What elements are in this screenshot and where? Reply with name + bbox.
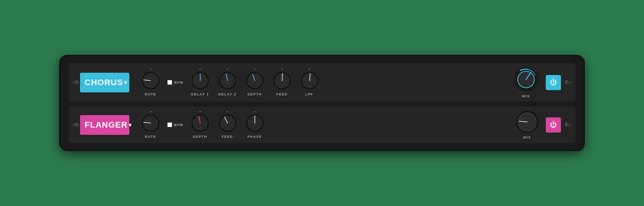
flanger-depth-knob[interactable] xyxy=(190,113,210,133)
chorus-delay2-group: DELAY 2 xyxy=(218,69,237,96)
chorus-depth-dot xyxy=(254,69,255,70)
svg-line-14 xyxy=(282,73,283,81)
flanger-row: FLANGER ▼ RATE BPM xyxy=(69,106,575,143)
flanger-bpm-label: BPM xyxy=(174,123,184,127)
flanger-feed-label: FEED xyxy=(221,135,233,139)
screw-chorus-left xyxy=(74,80,80,86)
chorus-lpf-group: LPF xyxy=(300,69,319,96)
chorus-delay2-label: DELAY 2 xyxy=(218,92,237,96)
chorus-feed-group: FEED xyxy=(272,69,292,96)
chorus-delay1-group: DELAY 1 xyxy=(190,69,210,96)
screw-flanger-left xyxy=(74,122,80,128)
chorus-delay2-dot xyxy=(227,69,228,70)
chorus-rate-label: RATE xyxy=(145,92,156,96)
chorus-row: CHORUS ▼ RATE BPM xyxy=(69,63,575,102)
flanger-feed-group: FEED xyxy=(218,111,237,139)
flanger-phase-group: PHASE xyxy=(245,111,265,139)
flanger-depth-label: DEPTH xyxy=(193,135,207,139)
flanger-depth-group: DEPTH xyxy=(190,111,210,139)
chorus-rate-knob[interactable] xyxy=(141,71,160,91)
chorus-delay1-dot xyxy=(199,69,201,70)
flanger-feed-knob[interactable] xyxy=(218,113,237,133)
flanger-label-text: FLANGER xyxy=(85,120,127,130)
flanger-power-button[interactable]: ⏻ xyxy=(546,117,561,133)
chorus-power-button[interactable]: ⏻ xyxy=(546,75,561,90)
chorus-label-text: CHORUS xyxy=(85,78,123,87)
chorus-delay1-label: DELAY 1 xyxy=(191,92,209,96)
flanger-mix-section: MIX xyxy=(515,110,539,139)
flanger-phase-dot xyxy=(254,111,255,112)
chorus-dropdown-arrow: ▼ xyxy=(123,80,129,86)
chorus-lpf-label: LPF xyxy=(305,92,314,96)
chorus-feed-knob[interactable] xyxy=(272,71,292,91)
chorus-bpm-checkbox[interactable] xyxy=(167,80,172,85)
flanger-label[interactable]: FLANGER ▼ xyxy=(80,115,129,135)
chorus-feed-dot xyxy=(281,69,283,70)
flanger-mix-knob[interactable] xyxy=(515,110,539,134)
flanger-power-icon: ⏻ xyxy=(550,121,557,129)
flanger-phase-label: PHASE xyxy=(247,135,262,139)
chorus-rate-group: RATE xyxy=(141,69,160,96)
flanger-rate-knob[interactable] xyxy=(141,113,160,133)
chorus-bpm-group: BPM xyxy=(167,80,184,85)
chorus-label[interactable]: CHORUS ▼ xyxy=(80,73,129,92)
flanger-bpm-checkbox[interactable] xyxy=(167,122,172,127)
chorus-delay1-knob[interactable] xyxy=(190,71,210,91)
flanger-rate-group: RATE xyxy=(141,111,160,139)
flanger-mix-label: MIX xyxy=(523,136,531,139)
flanger-rate-label: RATE xyxy=(145,135,156,139)
chorus-bpm-label: BPM xyxy=(174,81,184,84)
chorus-mix-knob[interactable] xyxy=(513,67,539,92)
flanger-rate-dot xyxy=(150,111,151,112)
screw-flanger-right xyxy=(564,122,570,128)
chorus-power-icon: ⏻ xyxy=(550,78,557,86)
chorus-rate-dot xyxy=(150,69,151,70)
chorus-depth-knob[interactable] xyxy=(245,71,265,91)
chorus-mix-label: MIX xyxy=(522,94,530,98)
chorus-depth-label: DEPTH xyxy=(247,92,262,96)
chorus-feed-label: FEED xyxy=(276,92,287,96)
flanger-bpm-group: BPM xyxy=(167,122,184,127)
chorus-knobs-area: RATE BPM DELAY 1 xyxy=(137,69,323,96)
chorus-delay2-knob[interactable] xyxy=(218,71,237,91)
chorus-lpf-knob[interactable] xyxy=(300,71,319,91)
device: CHORUS ▼ RATE BPM xyxy=(60,56,584,150)
flanger-feed-dot xyxy=(227,111,228,112)
screw-chorus-right xyxy=(564,80,570,86)
flanger-dropdown-arrow: ▼ xyxy=(127,122,133,128)
chorus-mix-section: MIX xyxy=(513,67,539,98)
chorus-lpf-dot xyxy=(309,69,310,70)
flanger-knobs-area: RATE BPM DEPTH xyxy=(137,111,324,139)
flanger-depth-dot xyxy=(199,111,201,112)
flanger-phase-knob[interactable] xyxy=(245,113,265,133)
chorus-depth-group: DEPTH xyxy=(245,69,265,96)
